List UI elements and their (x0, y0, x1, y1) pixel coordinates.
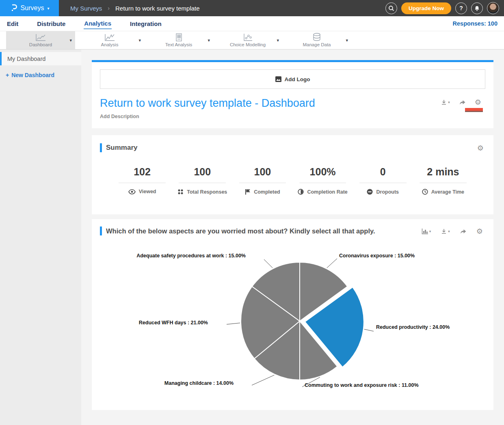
chevron-down-icon[interactable]: ▾ (138, 38, 141, 43)
tab-edit[interactable]: Edit (6, 19, 19, 29)
stat-value: 100 (254, 166, 271, 178)
line-chart-icon (35, 33, 46, 41)
bell-icon (474, 5, 480, 11)
minus-circle-icon (367, 189, 373, 195)
notifications-button[interactable] (471, 2, 483, 14)
tab-analytics[interactable]: Analytics (84, 18, 112, 29)
toolbar-choice-modelling[interactable]: Choice Modelling ▾ (213, 31, 282, 49)
image-icon (275, 76, 281, 82)
scatter-chart-icon (243, 33, 253, 41)
responses-count[interactable]: Responses: 100 (453, 20, 498, 27)
sidebar-item-label: My Dashboard (7, 56, 45, 62)
question-settings-button[interactable]: ⚙ (476, 228, 483, 235)
product-name: Surveys (21, 4, 44, 12)
download-icon (441, 228, 447, 235)
toolbar-dashboard[interactable]: Dashboard ▾ (6, 31, 75, 49)
half-circle-icon (298, 189, 304, 195)
stat-dropouts: 0 Dropouts (353, 166, 413, 195)
add-logo-button[interactable]: Add Logo (100, 69, 485, 89)
questionpro-logo-icon (10, 3, 17, 13)
annotation-highlight (465, 108, 483, 111)
breadcrumb-separator: › (108, 5, 110, 11)
toolbar-dashboard-label: Dashboard (29, 42, 52, 47)
toolbar-manage-data[interactable]: Manage Data ▾ (282, 31, 351, 49)
stat-label: Completed (254, 189, 280, 195)
summary-stats: 102 Viewed 100 Total Responses (100, 166, 485, 195)
tab-integration[interactable]: Integration (130, 19, 162, 29)
chevron-down-icon: ▾ (47, 6, 49, 11)
question-download-button[interactable]: ▾ (441, 228, 450, 235)
search-icon (388, 5, 394, 11)
question-share-button[interactable] (460, 228, 467, 235)
product-switcher[interactable]: Surveys ▾ (0, 0, 59, 16)
download-icon (441, 99, 447, 106)
chevron-down-icon: ▾ (448, 100, 450, 104)
pie-chart-area: Coronavirus exposure : 15.00% Reduced pr… (100, 239, 485, 406)
dashboard-sidebar: My Dashboard + New Dashboard (0, 50, 81, 425)
toolbar-manage-data-label: Manage Data (303, 42, 331, 47)
chevron-down-icon[interactable]: ▾ (69, 38, 72, 43)
plus-icon: + (6, 72, 9, 78)
pie-leader-line (364, 329, 374, 331)
chevron-down-icon: ▾ (429, 229, 431, 233)
chart-type-button[interactable]: ▾ (422, 228, 431, 235)
avatar[interactable] (487, 2, 499, 14)
toolbar-analysis[interactable]: Analysis ▾ (75, 31, 144, 49)
summary-settings-button[interactable]: ⚙ (477, 145, 484, 151)
tab-distribute[interactable]: Distribute (37, 19, 66, 29)
share-button[interactable] (459, 99, 466, 106)
stat-value: 100% (310, 166, 336, 178)
main-content: Add Logo Return to work survey template … (81, 50, 504, 425)
new-dashboard-button[interactable]: + New Dashboard (6, 72, 81, 78)
stat-completed: 100 Completed (232, 166, 292, 195)
pie-leader-line (252, 375, 274, 385)
stat-value: 102 (134, 166, 151, 178)
accent-bar (92, 60, 493, 62)
stat-value: 0 (380, 166, 386, 178)
breadcrumb: My Surveys › Return to work survey templ… (70, 5, 200, 12)
breadcrumb-current: Return to work survey template (115, 5, 200, 12)
chevron-down-icon[interactable]: ▾ (208, 38, 210, 43)
question-card: Which of the below aspects are you worri… (92, 219, 493, 410)
accent-bar (100, 227, 102, 235)
search-button[interactable] (385, 2, 397, 14)
stat-completion-rate: 100% Completion Rate (293, 166, 353, 195)
sidebar-item-my-dashboard[interactable]: My Dashboard (0, 52, 81, 65)
toolbar-text-analysis[interactable]: Text Analysis ▾ (144, 31, 213, 49)
flag-icon (245, 189, 251, 195)
stat-label: Total Responses (187, 189, 227, 195)
pie-label: Managing childcare : 14.00% (164, 380, 234, 386)
database-icon (312, 33, 321, 41)
add-description-button[interactable]: Add Description (100, 114, 485, 119)
chevron-down-icon[interactable]: ▾ (277, 38, 279, 43)
pie-label: Reduced WFH days : 21.00% (139, 320, 208, 326)
stat-label: Dropouts (376, 189, 399, 195)
upgrade-now-button[interactable]: Upgrade Now (401, 2, 451, 14)
analytics-toolbar: Dashboard ▾ Analysis ▾ Text Analysis ▾ C… (0, 31, 504, 50)
new-dashboard-label: New Dashboard (11, 72, 54, 78)
chevron-down-icon[interactable]: ▾ (346, 38, 348, 43)
share-icon (460, 228, 467, 235)
stat-value: 100 (194, 166, 211, 178)
download-button[interactable]: ▾ (441, 99, 450, 106)
help-button[interactable]: ? (455, 2, 467, 14)
stat-average-time: 2 mins Average Time (413, 166, 473, 195)
toolbar-choice-modelling-label: Choice Modelling (230, 42, 266, 47)
stat-label: Average Time (431, 189, 464, 195)
stat-label: Viewed (139, 189, 156, 194)
top-bar: Surveys ▾ My Surveys › Return to work su… (0, 0, 504, 16)
eye-icon (128, 189, 136, 194)
breadcrumb-my-surveys[interactable]: My Surveys (70, 5, 102, 12)
dashboard-header-card: Add Logo Return to work survey template … (92, 60, 493, 128)
bar-chart-icon (422, 228, 428, 235)
pie-label: Reduced productivity : 24.00% (376, 324, 450, 330)
accent-bar (100, 143, 102, 152)
dashboard-title[interactable]: Return to work survey template - Dashboa… (100, 97, 424, 110)
text-analysis-icon (175, 33, 183, 41)
toolbar-text-analysis-label: Text Analysis (165, 42, 192, 47)
pie-label: Commuting to work and exposure risk : 11… (305, 382, 419, 388)
add-logo-label: Add Logo (285, 76, 310, 82)
settings-button[interactable]: ⚙ (475, 99, 481, 106)
summary-title: Summary (106, 144, 137, 152)
stat-value: 2 mins (427, 166, 459, 178)
